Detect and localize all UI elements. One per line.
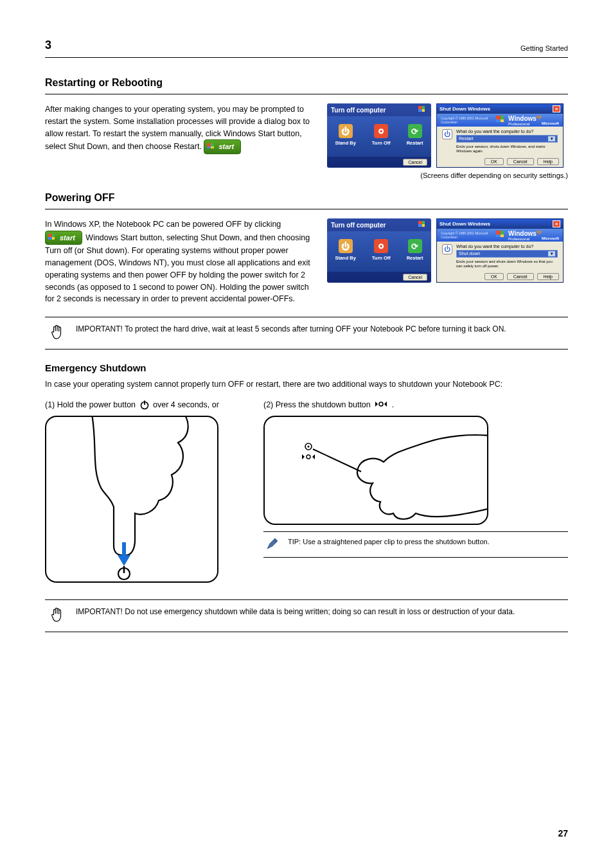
separator [45, 209, 568, 209]
svg-point-13 [306, 455, 310, 459]
start-label: start [218, 141, 234, 152]
dialog-title: Shut Down Windows [440, 221, 490, 227]
windows-flag-icon [207, 143, 216, 151]
section-title-poweroff: Powering OFF [45, 192, 568, 204]
screens-caption: (Screens differ depending on security se… [45, 172, 568, 179]
option2-caption: (2) Press the shutdown button . [263, 400, 568, 411]
turn-off-dialog-blue: Turn off computer ⏻Stand By ⭘Turn Off ⟳R… [327, 218, 431, 283]
restart-body: After making changes to your operating s… [45, 103, 314, 154]
svg-point-11 [307, 446, 309, 448]
section-title-emergency: Emergency Shutdown [45, 362, 568, 373]
dialog-title: Turn off computer [331, 222, 386, 229]
prompt-text: What do you want the computer to do? [456, 129, 558, 134]
chevron-down-icon: ▾ [548, 251, 555, 256]
svg-marker-3 [118, 555, 130, 566]
page-number: 27 [558, 828, 568, 838]
reset-icon [374, 400, 388, 411]
power-icon [139, 400, 150, 410]
cancel-button[interactable]: Cancel [507, 273, 534, 280]
separator [45, 94, 568, 94]
important-text: IMPORTANT! To protect the hard drive, wa… [76, 324, 565, 335]
svg-marker-12 [302, 454, 305, 459]
chapter-title: Getting Started [520, 44, 568, 52]
tip-text: TIP: Use a straightened paper clip to pr… [288, 537, 490, 547]
standby-button[interactable]: ⏻Stand By [335, 239, 356, 261]
important-text-2: IMPORTANT! Do not use emergency shutdown… [76, 607, 565, 617]
microsoft-label: Microsoft [542, 236, 559, 240]
option-description: Ends your session and shuts down Windows… [456, 260, 558, 269]
hand-stop-icon [50, 607, 64, 623]
start-label: start [60, 233, 75, 244]
shutdown-icon: ⏻ [442, 129, 452, 139]
svg-marker-6 [375, 402, 378, 407]
action-dropdown[interactable]: Shut down▾ [456, 250, 558, 258]
shutdown-dialog-classic: Shut Down Windows × Copyright © 1985-200… [436, 218, 564, 283]
windows-logo: WindowsxpProfessional [496, 114, 542, 126]
copyright: Copyright © 1985-2001 Microsoft Corporat… [441, 231, 496, 239]
shutdown-icon: ⏻ [442, 244, 452, 254]
tip-callout: TIP: Use a straightened paper clip to pr… [263, 531, 568, 558]
restart-button[interactable]: ⟳Restart [407, 239, 423, 261]
start-button[interactable]: start [204, 139, 241, 154]
ok-button[interactable]: OK [484, 273, 504, 280]
cancel-button[interactable]: Cancel [403, 159, 427, 166]
help-button[interactable]: Help [537, 158, 559, 165]
prompt-text: What do you want the computer to do? [456, 244, 558, 249]
dialog-title: Turn off computer [331, 107, 386, 114]
turnoff-button[interactable]: ⭘Turn Off [372, 124, 391, 146]
svg-point-7 [379, 402, 383, 406]
windows-flag-icon [418, 106, 427, 114]
action-dropdown[interactable]: Restart▾ [456, 135, 558, 143]
chapter-number: 3 [45, 39, 51, 51]
windows-logo: WindowsxpProfessional [496, 229, 542, 241]
important-callout-2: IMPORTANT! Do not use emergency shutdown… [45, 599, 568, 632]
turn-off-dialog-blue: Turn off computer ⏻Stand By ⭘Turn Off ⟳R… [327, 103, 431, 168]
svg-line-9 [313, 449, 361, 472]
important-callout: IMPORTANT! To protect the hard drive, wa… [45, 317, 568, 350]
cancel-button[interactable]: Cancel [507, 158, 534, 165]
windows-flag-icon [48, 234, 57, 242]
chevron-down-icon: ▾ [548, 136, 555, 141]
start-button[interactable]: start [45, 231, 82, 245]
turnoff-button[interactable]: ⭘Turn Off [372, 239, 391, 261]
hand-stop-icon [50, 324, 64, 341]
windows-flag-icon [418, 221, 427, 229]
svg-marker-8 [384, 402, 387, 407]
cancel-button[interactable]: Cancel [403, 274, 427, 281]
pen-tip-icon [266, 537, 279, 550]
header-separator [45, 57, 568, 58]
power-hold-illustration [45, 416, 218, 583]
help-button[interactable]: Help [537, 273, 559, 280]
dialog-title: Shut Down Windows [440, 106, 490, 112]
poweroff-body: In Windows XP, the Notebook PC can be po… [45, 218, 314, 305]
microsoft-label: Microsoft [542, 121, 559, 125]
reset-pin-illustration [263, 416, 488, 525]
copyright: Copyright © 1985-2001 Microsoft Corporat… [441, 116, 496, 124]
ok-button[interactable]: OK [484, 158, 504, 165]
shutdown-dialog-classic: Shut Down Windows × Copyright © 1985-200… [436, 103, 564, 168]
svg-marker-14 [312, 454, 315, 459]
restart-button[interactable]: ⟳Restart [407, 124, 423, 146]
standby-button[interactable]: ⏻Stand By [335, 124, 356, 146]
section-title-restart: Restarting or Rebooting [45, 77, 568, 89]
emergency-body: In case your operating system cannot pro… [45, 378, 568, 391]
close-icon[interactable]: × [553, 105, 560, 112]
option1-caption: (1) Hold the power button over 4 seconds… [45, 400, 238, 411]
close-icon[interactable]: × [553, 220, 560, 227]
option-description: Ends your session, shuts down Windows, a… [456, 145, 558, 154]
